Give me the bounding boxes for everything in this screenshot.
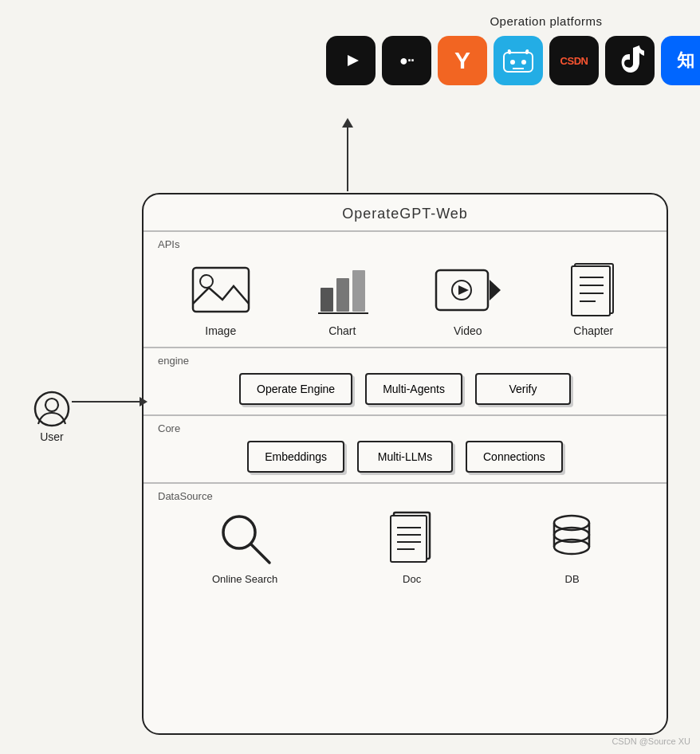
svg-marker-16 (458, 285, 469, 295)
datasource-section: DataSource Online Search (144, 482, 667, 595)
apis-section: APIs Image Chart (144, 230, 667, 347)
zhihu-icon: 知 (661, 36, 700, 85)
doc-label: Doc (403, 573, 421, 585)
yc-icon: Y (438, 36, 487, 85)
bilibili-icon (494, 36, 543, 85)
api-item-chapter: Chapter (565, 260, 621, 337)
svg-marker-14 (490, 280, 501, 300)
svg-rect-11 (352, 270, 365, 312)
engine-label: engine (158, 355, 652, 367)
chart-label: Chart (328, 324, 356, 337)
ds-item-online-search: Online Search (212, 509, 277, 585)
youtube-icon (326, 36, 376, 85)
svg-rect-7 (193, 268, 249, 312)
db-label: DB (565, 573, 580, 585)
connections-box: Connections (466, 441, 563, 473)
verify-box: Verify (475, 373, 571, 405)
platforms-icons: ●∙∙ Y CSDN 知 小红书 (326, 36, 700, 85)
chart-icon (314, 264, 370, 320)
ds-item-db: DB (546, 509, 598, 585)
svg-rect-32 (554, 523, 589, 547)
svg-point-8 (200, 275, 213, 288)
watermark: CSDN @Source XU (612, 736, 690, 746)
image-label: Image (205, 324, 236, 337)
platforms-label: Operation platforms (490, 14, 602, 28)
embeddings-box: Embeddings (247, 441, 344, 473)
datasource-label: DataSource (158, 490, 652, 502)
online-search-label: Online Search (212, 573, 277, 585)
main-box: OperateGPT-Web APIs Image (142, 193, 668, 735)
multi-llms-box: Multi-LLMs (357, 441, 453, 473)
operate-engine-box: Operate Engine (239, 373, 352, 405)
chapter-icon (565, 260, 621, 320)
upward-arrow (342, 118, 353, 191)
user-section: User (33, 391, 70, 443)
ds-item-doc: Doc (386, 509, 438, 585)
db-icon (546, 509, 598, 568)
svg-rect-9 (321, 288, 333, 312)
arrow-line (347, 128, 348, 191)
svg-rect-26 (391, 516, 427, 562)
video-icon (432, 264, 504, 320)
api-item-chart: Chart (314, 264, 370, 337)
doc-icon (386, 509, 438, 568)
svg-point-38 (45, 399, 58, 411)
svg-marker-0 (348, 55, 359, 66)
video-label: Video (454, 324, 482, 337)
arrow-head (342, 118, 353, 128)
core-label: Core (158, 422, 652, 434)
api-item-video: Video (432, 264, 504, 337)
core-section: Core Embeddings Multi-LLMs Connections (144, 414, 667, 482)
csdn-icon: CSDN (549, 36, 599, 85)
platforms-section: Operation platforms ●∙∙ Y CSDN (326, 14, 700, 85)
user-label: User (40, 430, 64, 443)
user-avatar-icon (33, 391, 70, 427)
multi-agents-box: Multi-Agents (365, 373, 462, 405)
medium-icon: ●∙∙ (382, 36, 431, 85)
image-icon (189, 264, 253, 320)
svg-rect-18 (572, 266, 610, 316)
datasource-icons: Online Search Doc (158, 509, 652, 585)
svg-line-24 (251, 544, 269, 563)
search-icon (215, 509, 275, 568)
main-box-title: OperateGPT-Web (144, 194, 667, 230)
tiktok-icon (605, 36, 655, 85)
user-arrow-line (72, 401, 140, 403)
svg-rect-10 (336, 278, 349, 312)
engine-section: engine Operate Engine Multi-Agents Verif… (144, 347, 667, 414)
apis-label: APIs (158, 238, 652, 250)
chapter-label: Chapter (573, 324, 613, 337)
engine-boxes: Operate Engine Multi-Agents Verify (158, 373, 652, 405)
user-arrow-head (140, 397, 147, 406)
apis-icons: Image Chart Vide (158, 260, 652, 337)
user-arrow (72, 397, 147, 406)
svg-point-5 (521, 60, 526, 65)
core-boxes: Embeddings Multi-LLMs Connections (158, 441, 652, 473)
api-item-image: Image (189, 264, 253, 337)
svg-point-4 (510, 60, 515, 65)
